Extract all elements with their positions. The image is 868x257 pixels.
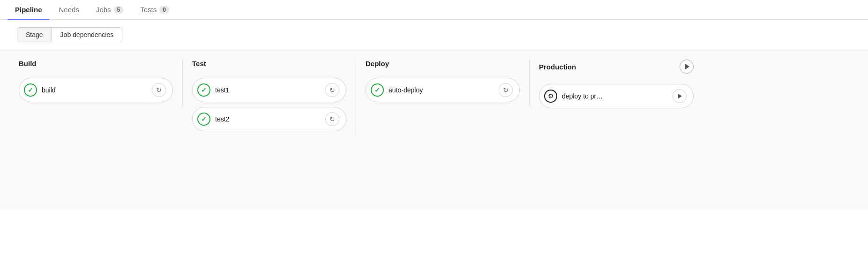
retry-button-build-job[interactable]: ↻ xyxy=(152,83,166,97)
stage-header-deploy: Deploy xyxy=(366,60,520,69)
retry-button-test1-job[interactable]: ↻ xyxy=(325,83,339,97)
group-bar: StageJob dependencies xyxy=(0,20,868,50)
stage-deploy: Deployauto-deploy↻ xyxy=(356,60,530,107)
success-icon-test2-job xyxy=(197,113,210,126)
job-pill-build-job[interactable]: build↻ xyxy=(19,78,173,102)
play-icon-production xyxy=(685,64,689,69)
stage-header-production: Production xyxy=(539,60,694,76)
tab-jobs[interactable]: Jobs5 xyxy=(89,0,131,19)
tab-label-tests: Tests xyxy=(140,6,157,14)
tab-badge-jobs: 5 xyxy=(114,6,124,14)
tab-needs[interactable]: Needs xyxy=(52,0,87,19)
tab-label-needs: Needs xyxy=(59,6,79,14)
manual-icon-deploy-to-pr-job xyxy=(544,90,557,103)
stage-play-button-production[interactable] xyxy=(680,60,694,74)
job-pill-test1-job[interactable]: test1↻ xyxy=(192,78,346,102)
pipeline-area: Buildbuild↻Testtest1↻test2↻Deployauto-de… xyxy=(0,50,868,210)
stage-header-test: Test xyxy=(192,60,346,69)
job-left-auto-deploy-job: auto-deploy xyxy=(371,83,423,97)
group-toggle-stage[interactable]: Stage xyxy=(17,28,52,42)
job-name-test1-job: test1 xyxy=(215,86,229,94)
job-left-build-job: build xyxy=(24,83,56,97)
job-pill-auto-deploy-job[interactable]: auto-deploy↻ xyxy=(366,78,520,102)
job-pill-test2-job[interactable]: test2↻ xyxy=(192,107,346,131)
tab-label-jobs: Jobs xyxy=(96,6,111,14)
stage-build: Buildbuild↻ xyxy=(9,60,183,107)
job-left-deploy-to-pr-job: deploy to pr… xyxy=(544,90,603,103)
group-toggle-job-deps[interactable]: Job dependencies xyxy=(52,28,122,42)
tabs-bar: PipelineNeedsJobs5Tests0 xyxy=(0,0,868,20)
job-left-test1-job: test1 xyxy=(197,83,229,97)
group-toggle: StageJob dependencies xyxy=(17,27,122,42)
stage-title-build: Build xyxy=(19,60,37,68)
job-name-auto-deploy-job: auto-deploy xyxy=(389,86,423,94)
retry-button-test2-job[interactable]: ↻ xyxy=(325,112,339,126)
job-name-build-job: build xyxy=(42,86,56,94)
retry-button-auto-deploy-job[interactable]: ↻ xyxy=(499,83,513,97)
job-left-test2-job: test2 xyxy=(197,113,229,126)
play-button-deploy-to-pr-job[interactable] xyxy=(673,89,687,103)
stage-production: Productiondeploy to pr… xyxy=(530,60,703,113)
stage-title-deploy: Deploy xyxy=(366,60,389,68)
success-icon-auto-deploy-job xyxy=(371,83,384,97)
play-triangle-icon-deploy-to-pr-job xyxy=(678,94,682,98)
stage-title-production: Production xyxy=(539,63,576,71)
tab-tests[interactable]: Tests0 xyxy=(133,0,177,19)
job-name-test2-job: test2 xyxy=(215,115,229,123)
tab-label-pipeline: Pipeline xyxy=(15,6,42,14)
job-name-deploy-to-pr-job: deploy to pr… xyxy=(562,92,603,100)
stages-container: Buildbuild↻Testtest1↻test2↻Deployauto-de… xyxy=(9,60,859,136)
stage-test: Testtest1↻test2↻ xyxy=(183,60,356,136)
stage-title-test: Test xyxy=(192,60,206,68)
tab-pipeline[interactable]: Pipeline xyxy=(7,0,50,19)
job-pill-deploy-to-pr-job[interactable]: deploy to pr… xyxy=(539,84,694,108)
success-icon-test1-job xyxy=(197,83,210,97)
success-icon-build-job xyxy=(24,83,37,97)
tab-badge-tests: 0 xyxy=(159,6,169,14)
stage-header-build: Build xyxy=(19,60,173,69)
